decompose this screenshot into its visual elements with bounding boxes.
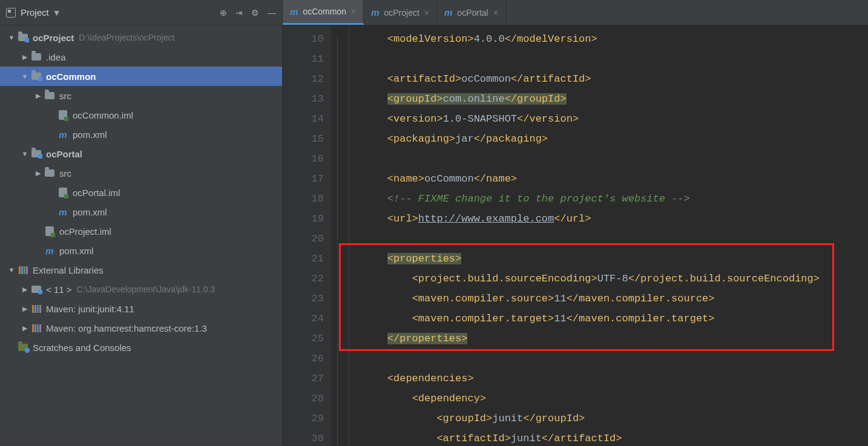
tree-path: C:\JavaDevelopment\Java\jdk-11.0.3 — [77, 284, 215, 294]
tree-item-jdk[interactable]: ▶ < 11 > C:\JavaDevelopment\Java\jdk-11.… — [0, 280, 282, 299]
tree-label: src — [59, 168, 71, 179]
svg-rect-6 — [37, 305, 39, 313]
gear-icon[interactable]: ⚙ — [251, 8, 259, 18]
tree-item-maven-lib[interactable]: ▶ Maven: junit:junit:4.11 — [0, 299, 282, 318]
line-number[interactable]: 24 — [283, 309, 324, 329]
scratches-icon — [17, 341, 29, 353]
project-view-icon — [6, 8, 16, 18]
arrow-down-icon[interactable]: ▼ — [19, 150, 30, 157]
svg-rect-7 — [39, 305, 41, 313]
tab-ocproject[interactable]: m ocProject × — [364, 0, 437, 25]
line-number[interactable]: 22 — [283, 269, 324, 289]
tree-item-pom[interactable]: m pom.xml — [0, 125, 282, 144]
tree-label: .idea — [46, 52, 66, 62]
collapse-icon[interactable]: ⇥ — [235, 8, 243, 18]
tree-item-src[interactable]: ▶ src — [0, 163, 282, 183]
line-number[interactable]: 20 — [283, 229, 324, 249]
tree-item-iml[interactable]: ocProject.iml — [0, 221, 282, 241]
tree-item-iml[interactable]: ocPortal.iml — [0, 183, 282, 202]
tree-label: ocPortal.iml — [73, 188, 120, 198]
tree-item-idea[interactable]: ▶ .idea — [0, 47, 282, 67]
line-number[interactable]: 15 — [283, 129, 324, 149]
close-icon[interactable]: × — [493, 8, 498, 18]
line-number[interactable]: 11 — [283, 49, 324, 69]
arrow-down-icon[interactable]: ▼ — [6, 266, 17, 274]
tree-item-pom[interactable]: m pom.xml — [0, 202, 282, 221]
tree-item-ocportal[interactable]: ▼ ocPortal — [0, 144, 282, 163]
arrow-right-icon[interactable]: ▶ — [19, 305, 30, 313]
module-folder-icon — [17, 31, 29, 44]
tree-path: D:\IdeaProjects\ocProject — [79, 33, 174, 42]
tree-label: src — [59, 91, 71, 101]
tree-item-iml[interactable]: ocCommon.iml — [0, 105, 282, 125]
tree-label: Maven: junit:junit:4.11 — [46, 304, 134, 314]
arrow-right-icon[interactable]: ▶ — [19, 286, 30, 294]
tree-label: ocProject.iml — [59, 226, 111, 237]
arrow-right-icon[interactable]: ▶ — [33, 169, 44, 177]
line-number[interactable]: 12 — [283, 69, 324, 89]
tree-label: Scratches and Consoles — [33, 343, 131, 353]
arrow-down-icon[interactable]: ▼ — [19, 73, 30, 80]
line-number[interactable]: 28 — [283, 389, 324, 408]
code-editor[interactable]: 1011121314151617181920212223242526272829… — [283, 25, 868, 446]
folder-icon — [44, 90, 56, 102]
library-icon — [30, 303, 42, 315]
tree-label: pom.xml — [73, 207, 107, 217]
svg-rect-4 — [32, 305, 34, 313]
tree-item-pom[interactable]: m pom.xml — [0, 241, 282, 260]
line-number[interactable]: 23 — [283, 289, 324, 309]
tab-label: ocPortal — [457, 8, 488, 18]
line-number[interactable]: 21 — [283, 249, 324, 269]
line-number[interactable]: 13 — [283, 89, 324, 109]
line-number[interactable]: 30 — [283, 428, 324, 446]
tab-occommon[interactable]: m ocCommon × — [283, 0, 364, 25]
tree-external-libraries[interactable]: ▼ External Libraries — [0, 260, 282, 280]
svg-rect-11 — [39, 324, 41, 332]
tree-label: Maven: org.hamcrest:hamcrest-core:1.3 — [46, 323, 207, 333]
line-number[interactable]: 29 — [283, 408, 324, 428]
maven-icon: m — [44, 244, 56, 257]
line-number[interactable]: 14 — [283, 109, 324, 129]
line-number[interactable]: 18 — [283, 189, 324, 209]
line-gutter[interactable]: 1011121314151617181920212223242526272829… — [283, 25, 331, 446]
library-icon — [30, 322, 42, 334]
close-icon[interactable]: × — [424, 8, 429, 18]
tree-scratches[interactable]: Scratches and Consoles — [0, 338, 282, 357]
arrow-right-icon[interactable]: ▶ — [19, 53, 30, 61]
arrow-right-icon[interactable]: ▶ — [19, 324, 30, 332]
project-tree[interactable]: ▼ ocProject D:\IdeaProjects\ocProject ▶ … — [0, 25, 282, 446]
maven-icon: m — [57, 128, 69, 140]
line-number[interactable]: 19 — [283, 209, 324, 229]
iml-file-icon — [57, 186, 69, 198]
code-content[interactable]: <modelVersion>4.0.0</modelVersion> <arti… — [349, 25, 868, 446]
line-number[interactable]: 26 — [283, 349, 324, 369]
chevron-down-icon[interactable]: ▼ — [53, 8, 61, 18]
folder-icon — [30, 51, 42, 63]
hide-icon[interactable]: — — [268, 8, 276, 18]
close-icon[interactable]: × — [351, 7, 356, 16]
line-number[interactable]: 17 — [283, 169, 324, 189]
tab-ocportal[interactable]: m ocPortal × — [437, 0, 506, 25]
tree-root[interactable]: ▼ ocProject D:\IdeaProjects\ocProject — [0, 28, 282, 47]
line-number[interactable]: 25 — [283, 329, 324, 349]
iml-file-icon — [44, 225, 56, 237]
jdk-icon — [30, 283, 42, 295]
line-number[interactable]: 16 — [283, 149, 324, 169]
iml-file-icon — [57, 109, 69, 121]
tree-item-src[interactable]: ▶ src — [0, 86, 282, 105]
fold-column[interactable]: − − − − — [331, 25, 349, 446]
line-number[interactable]: 27 — [283, 369, 324, 389]
tree-label: External Libraries — [33, 265, 104, 275]
tree-item-maven-lib[interactable]: ▶ Maven: org.hamcrest:hamcrest-core:1.3 — [0, 318, 282, 338]
tree-label: < 11 > — [46, 284, 72, 295]
maven-icon: m — [371, 7, 379, 18]
arrow-down-icon[interactable]: ▼ — [6, 34, 17, 41]
sidebar-title[interactable]: Project — [21, 7, 49, 18]
line-number[interactable]: 10 — [283, 29, 324, 49]
arrow-right-icon[interactable]: ▶ — [33, 92, 44, 100]
locate-icon[interactable]: ⊕ — [220, 8, 227, 18]
tree-label: ocPortal — [46, 149, 82, 159]
svg-rect-3 — [26, 266, 28, 274]
tree-item-occommon[interactable]: ▼ ocCommon — [0, 67, 282, 86]
tree-label: ocProject — [33, 33, 74, 43]
